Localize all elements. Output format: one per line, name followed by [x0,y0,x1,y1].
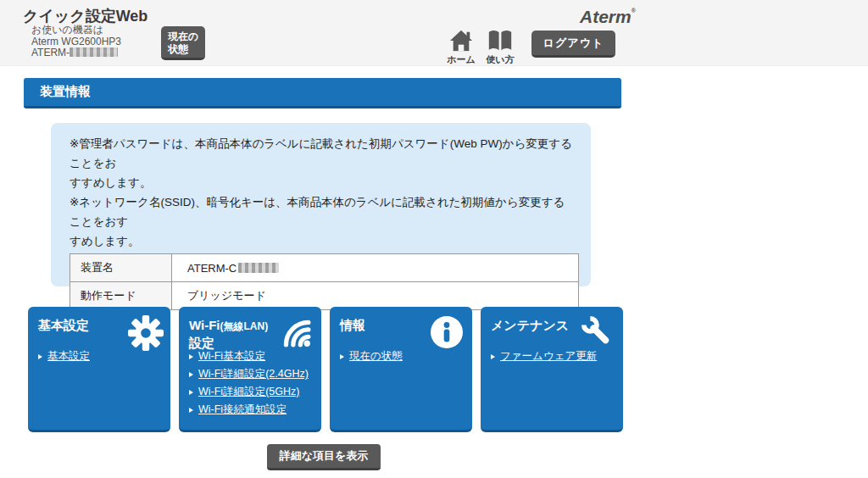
top-bar: クイック設定Web お使いの機器は Aterm WG2600HP3 ATERM-… [0,0,868,66]
link-wifi-detail-5ghz[interactable]: Wi-Fi詳細設定(5GHz) [189,385,311,403]
notice-line: ※管理者パスワードは、本商品本体のラベルに記載された初期パスワード(Web PW… [70,134,576,173]
link-current-status[interactable]: 現在の状態 [340,349,462,367]
notice-panel: ※管理者パスワードは、本商品本体のラベルに記載された初期パスワード(Web PW… [51,123,591,286]
wrench-icon [581,315,615,349]
link-arrow-icon [189,372,193,377]
card-title: Wi-Fi(無線LAN)設定 [189,317,274,349]
redacted-device-name [238,263,279,273]
card-links: Wi-Fi基本設定 Wi-Fi詳細設定(2.4GHz) Wi-Fi詳細設定(5G… [189,349,311,420]
gear-icon [128,315,162,349]
device-name-value: ATERM-C [172,254,579,282]
device-model: Aterm WG2600HP3 [31,36,121,48]
card-basic-settings: 基本設定 [28,307,170,432]
menu-cards: 基本設定 [28,307,623,432]
card-links: 現在の状態 [340,349,462,367]
nav-home-label: ホーム [442,53,480,66]
notice-line: ※ネットワーク名(SSID)、暗号化キーは、本商品本体のラベルに記載された初期値… [70,192,576,231]
card-information: 情報 現在の状態 [330,307,472,432]
nav-help[interactable]: 使い方 [481,29,519,66]
link-arrow-icon [189,408,193,413]
link-wifi-detail-24ghz[interactable]: Wi-Fi詳細設定(2.4GHz) [189,367,311,385]
notice-line: すすめします。 [70,173,576,192]
device-intro: お使いの機器は [31,25,121,36]
link-arrow-icon [340,354,344,359]
page-title: 装置情報 [24,78,621,108]
link-arrow-icon [189,390,193,395]
nav-home[interactable]: ホーム [442,29,480,66]
table-row: 装置名 ATERM-C [70,254,579,282]
card-title: 基本設定 [38,317,123,349]
card-title: メンテナンス [491,317,576,349]
redacted-device-name [70,47,118,57]
link-wifi-notify[interactable]: Wi-Fi接続通知設定 [189,403,311,420]
operation-mode-label: 動作モード [70,282,172,310]
current-status-button[interactable]: 現在の状態 [161,26,205,60]
device-name-label: 装置名 [70,254,172,282]
link-firmware-update[interactable]: ファームウェア更新 [491,349,613,367]
link-arrow-icon [38,354,42,359]
wifi-signal-icon [279,315,313,349]
info-icon [430,315,464,349]
home-icon [442,29,480,53]
card-links: ファームウェア更新 [491,349,613,367]
notice-line: すめします。 [70,231,576,251]
logout-button[interactable]: ログアウト [531,31,615,58]
card-wifi-settings: Wi-Fi(無線LAN)設定 Wi-Fi基本設定 Wi-Fi詳細設定(2.4GH… [179,307,321,432]
card-links: 基本設定 [38,349,160,367]
card-title: 情報 [340,317,425,349]
table-row: 動作モード ブリッジモード [70,282,579,310]
quick-setup-web-page: クイック設定Web お使いの機器は Aterm WG2600HP3 ATERM-… [0,0,868,478]
link-arrow-icon [189,354,193,359]
link-arrow-icon [491,354,495,359]
operation-mode-value: ブリッジモード [172,282,579,310]
device-name: ATERM- [31,47,121,59]
link-wifi-basic[interactable]: Wi-Fi基本設定 [189,349,311,367]
link-basic-settings[interactable]: 基本設定 [38,349,160,367]
nav-help-label: 使い方 [481,53,519,66]
show-details-button[interactable]: 詳細な項目を表示 [267,444,381,470]
open-book-icon [481,29,519,53]
card-maintenance: メンテナンス ファームウェア更新 [481,307,623,432]
device-info-table: 装置名 ATERM-C 動作モード ブリッジモード [70,253,579,310]
aterm-brand-logo: Aterm® [580,7,636,27]
device-info: お使いの機器は Aterm WG2600HP3 ATERM- [31,25,121,59]
